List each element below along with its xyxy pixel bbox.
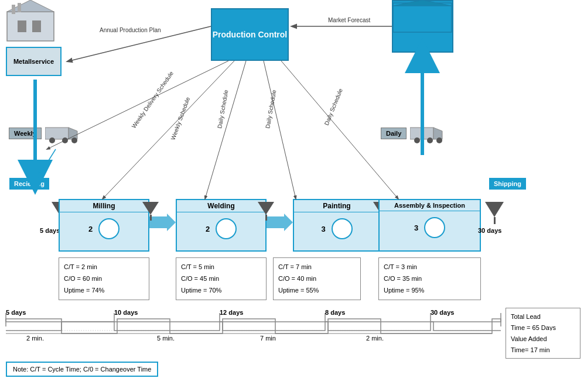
painting-uptime: Uptime = 55% (278, 285, 356, 297)
svg-rect-3 (18, 20, 26, 32)
production-control-box: Production Control (211, 8, 289, 61)
value-added-label: Value Added (511, 333, 575, 345)
milling-ct: C/T = 2 min (64, 262, 144, 273)
milling-uptime: Uptime = 74% (64, 285, 144, 297)
painting-ct: C/T = 7 min (278, 262, 356, 273)
svg-line-18 (205, 61, 246, 199)
svg-rect-1 (7, 12, 54, 41)
svg-point-29 (49, 137, 55, 143)
svg-point-31 (71, 137, 77, 143)
welding-uptime: Uptime = 70% (181, 285, 261, 297)
note-box: Note: C/T = Cycle Time; C/0 = Changeover… (6, 362, 158, 377)
svg-text:Daily Schedule: Daily Schedule (216, 89, 229, 129)
tl-days-4: 30 days (431, 309, 454, 316)
total-lead-label: Total Lead (511, 311, 575, 322)
welding-title: Welding (177, 200, 265, 212)
painting-body: 3 (294, 212, 380, 245)
svg-text:Market Forecast: Market Forecast (328, 17, 370, 23)
milling-process-box: Milling 2 (59, 199, 149, 252)
tl-mins-3: 2 min. (366, 335, 384, 342)
tl-days-3: 8 days (325, 309, 345, 316)
welding-co: C/O = 45 min (181, 273, 261, 285)
tl-mins-1: 5 min. (157, 335, 175, 342)
svg-text:Daily Schedule: Daily Schedule (264, 89, 277, 129)
svg-point-36 (436, 137, 442, 143)
daily-truck-icon (410, 123, 445, 143)
milling-circle (98, 218, 119, 239)
receiving-box: Recieving (9, 178, 49, 190)
svg-marker-2 (7, 0, 54, 12)
assembly-circle (424, 217, 445, 238)
milling-workers: 2 (88, 225, 93, 233)
assembly-process-box: Assembly & Inspection 3 (378, 199, 481, 252)
weekly-truck-area: Weekly (9, 117, 94, 149)
svg-line-17 (103, 61, 234, 199)
svg-line-19 (264, 61, 296, 199)
svg-rect-4 (32, 20, 41, 32)
svg-line-11 (67, 26, 211, 61)
milling-metrics: C/T = 2 min C/O = 60 min Uptime = 74% (59, 257, 149, 300)
value-added-value: Time= 17 min (511, 345, 575, 356)
milling-title: Milling (60, 200, 148, 212)
svg-point-34 (414, 137, 420, 143)
welding-body: 2 (177, 212, 265, 245)
assembly-co: C/O = 35 min (384, 273, 476, 285)
svg-text:Weekly Schedule: Weekly Schedule (170, 96, 192, 141)
tl-days-0: 5 days (6, 309, 26, 316)
svg-marker-28 (69, 128, 77, 139)
milling-co: C/O = 60 min (64, 273, 144, 285)
tl-days-2: 12 days (220, 309, 243, 316)
customer-label: Customer (404, 22, 442, 31)
welding-workers: 2 (206, 225, 210, 233)
inventory-triangle-5 (485, 202, 504, 224)
milling-body: 2 (60, 212, 148, 245)
painting-co: C/O = 40 min (278, 273, 356, 285)
shipping-box: Shipping (489, 178, 526, 190)
painting-process-box: Painting 3 (293, 199, 381, 252)
painting-workers: 3 (321, 225, 325, 233)
svg-text:Daily Schedule: Daily Schedule (323, 87, 344, 126)
tl-mins-0: 2 min. (26, 335, 44, 342)
tl-days-1: 10 days (114, 309, 138, 316)
svg-text:Annual Production Plan: Annual Production Plan (100, 27, 161, 33)
customer-box: Customer (392, 0, 453, 53)
inventory-triangle-3 (258, 202, 274, 221)
days-before-milling: 5 days (40, 227, 60, 234)
production-control-label: Production Control (213, 30, 288, 39)
painting-title: Painting (294, 200, 380, 212)
assembly-ct: C/T = 3 min (384, 262, 476, 273)
note-text: Note: C/T = Cycle Time; C/0 = Changeover… (13, 366, 151, 373)
tl-mins-2: 7 min (260, 335, 276, 342)
metallservice-label: Metallservice (13, 58, 54, 65)
svg-marker-33 (433, 128, 442, 139)
svg-point-30 (62, 137, 68, 143)
days-after-assembly: 30 days (478, 227, 501, 234)
daily-truck-area: Daily (381, 117, 466, 149)
inventory-triangle-2 (142, 202, 159, 221)
welding-process-box: Welding 2 (176, 199, 267, 252)
assembly-body: 3 (380, 211, 480, 244)
metallservice-box: Metallservice (6, 47, 62, 76)
welding-ct: C/T = 5 min (181, 262, 261, 273)
assembly-uptime: Uptime = 95% (384, 285, 476, 297)
svg-text:Weekly Delivery Schedule: Weekly Delivery Schedule (131, 70, 175, 129)
svg-rect-6 (18, 3, 21, 12)
svg-rect-5 (12, 5, 15, 14)
assembly-metrics: C/T = 3 min C/O = 35 min Uptime = 95% (378, 257, 481, 300)
assembly-title: Assembly & Inspection (380, 200, 480, 211)
svg-line-16 (38, 149, 56, 177)
welding-metrics: C/T = 5 min C/O = 45 min Uptime = 70% (176, 257, 267, 300)
daily-label: Daily (381, 128, 407, 139)
value-added-box: Value Added Time= 17 min (506, 331, 580, 359)
weekly-truck-icon (45, 123, 80, 143)
weekly-label: Weekly (9, 128, 42, 139)
painting-circle (332, 218, 353, 239)
painting-metrics: C/T = 7 min C/O = 40 min Uptime = 55% (273, 257, 361, 300)
welding-circle (216, 218, 237, 239)
assembly-workers: 3 (414, 223, 418, 232)
svg-point-35 (427, 137, 433, 143)
